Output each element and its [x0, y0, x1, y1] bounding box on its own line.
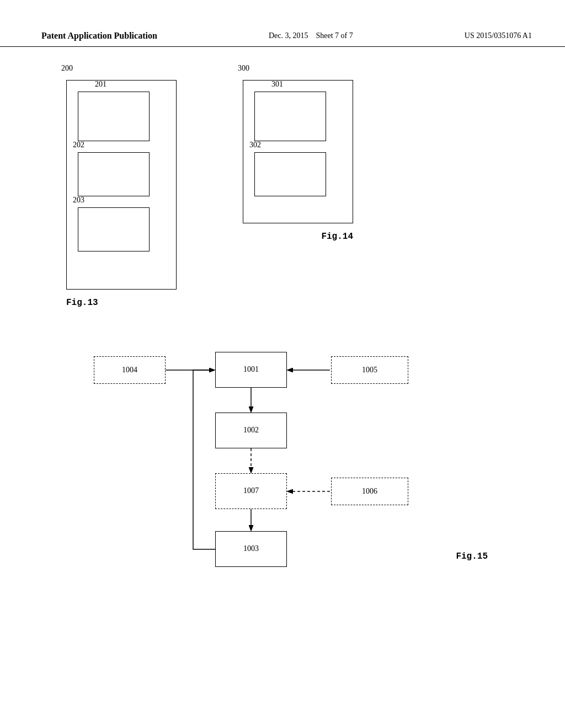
box-1004: 1004	[94, 356, 166, 384]
label-200: 200	[61, 64, 73, 73]
box-202: 202	[78, 152, 150, 196]
fig15-section: 1004 1001 1005 1002 1007	[33, 341, 532, 572]
figures-row-top: 200 201 202 203 Fig.13	[33, 80, 532, 308]
box-1003: 1003	[215, 531, 287, 567]
box-1002: 1002	[215, 413, 287, 448]
fig15-flowchart: 1004 1001 1005 1002 1007	[66, 341, 452, 572]
label-1005: 1005	[362, 366, 377, 374]
header: Patent Application Publication Dec. 3, 2…	[0, 0, 565, 47]
content-area: 200 201 202 203 Fig.13	[0, 47, 565, 595]
patent-number-text: US 2015/0351076 A1	[465, 31, 532, 40]
label-201: 201	[95, 80, 106, 89]
box-203: 203	[78, 207, 150, 251]
label-1006: 1006	[362, 487, 377, 496]
fig13-caption: Fig.13	[66, 298, 177, 308]
box-1005: 1005	[331, 356, 408, 384]
label-1001: 1001	[243, 365, 259, 374]
label-301: 301	[271, 80, 283, 89]
header-publication-label: Patent Application Publication	[41, 30, 157, 42]
label-203: 203	[73, 196, 84, 205]
box-201: 201	[78, 92, 150, 141]
box-1001: 1001	[215, 352, 287, 388]
label-1002: 1002	[243, 426, 259, 435]
date-sheet-text: Dec. 3, 2015 Sheet 7 of 7	[269, 31, 353, 40]
label-302: 302	[249, 141, 261, 149]
fig13-container: 200 201 202 203 Fig.13	[66, 80, 177, 308]
box-302: 302	[254, 152, 326, 196]
box-301: 301	[254, 92, 326, 141]
box-1006: 1006	[331, 478, 408, 505]
fig15-caption: Fig.15	[456, 552, 488, 561]
label-1003: 1003	[243, 544, 259, 553]
label-202: 202	[73, 141, 84, 149]
fig14-container: 300 301 302 Fig.14	[243, 80, 353, 242]
fig14-outer-box: 300 301 302	[243, 80, 353, 223]
label-300: 300	[238, 64, 249, 73]
header-center: Dec. 3, 2015 Sheet 7 of 7	[269, 30, 353, 41]
publication-text: Patent Application Publication	[41, 31, 157, 40]
box-1007: 1007	[215, 473, 287, 509]
page: Patent Application Publication Dec. 3, 2…	[0, 0, 565, 728]
header-patent-number: US 2015/0351076 A1	[465, 30, 532, 41]
fig14-caption: Fig.14	[243, 232, 353, 242]
label-1007: 1007	[243, 486, 259, 495]
fig13-outer-box: 200 201 202 203	[66, 80, 177, 290]
label-1004: 1004	[122, 366, 137, 374]
